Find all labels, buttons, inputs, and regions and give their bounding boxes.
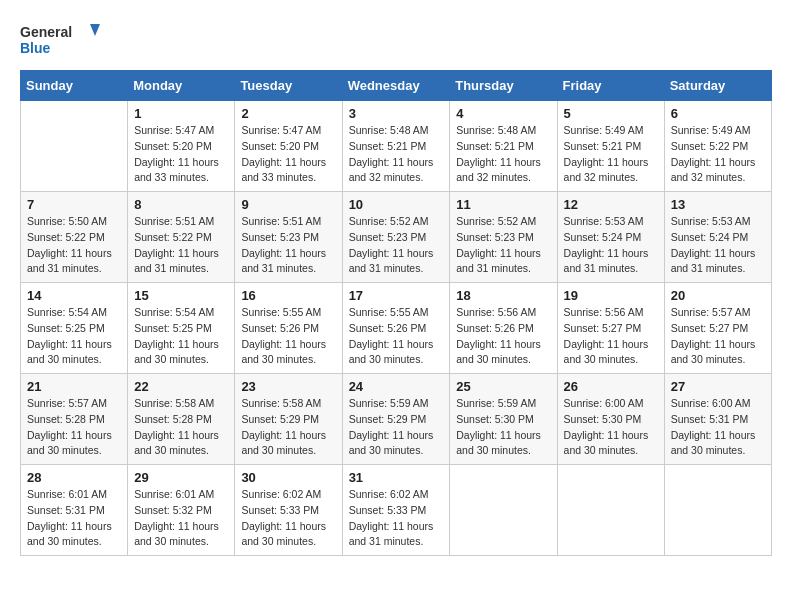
day-number: 3 bbox=[349, 106, 444, 121]
calendar-cell: 25Sunrise: 5:59 AMSunset: 5:30 PMDayligh… bbox=[450, 374, 557, 465]
calendar-cell: 16Sunrise: 5:55 AMSunset: 5:26 PMDayligh… bbox=[235, 283, 342, 374]
day-info: Sunrise: 5:51 AMSunset: 5:23 PMDaylight:… bbox=[241, 214, 335, 277]
day-number: 29 bbox=[134, 470, 228, 485]
calendar-cell: 13Sunrise: 5:53 AMSunset: 5:24 PMDayligh… bbox=[664, 192, 771, 283]
day-number: 6 bbox=[671, 106, 765, 121]
day-info: Sunrise: 5:48 AMSunset: 5:21 PMDaylight:… bbox=[349, 123, 444, 186]
day-number: 27 bbox=[671, 379, 765, 394]
calendar-cell bbox=[450, 465, 557, 556]
day-number: 14 bbox=[27, 288, 121, 303]
day-number: 18 bbox=[456, 288, 550, 303]
day-number: 25 bbox=[456, 379, 550, 394]
calendar-cell: 27Sunrise: 6:00 AMSunset: 5:31 PMDayligh… bbox=[664, 374, 771, 465]
day-number: 17 bbox=[349, 288, 444, 303]
day-info: Sunrise: 6:00 AMSunset: 5:31 PMDaylight:… bbox=[671, 396, 765, 459]
day-number: 26 bbox=[564, 379, 658, 394]
day-info: Sunrise: 5:49 AMSunset: 5:21 PMDaylight:… bbox=[564, 123, 658, 186]
logo-svg: General Blue bbox=[20, 20, 100, 60]
calendar-table: SundayMondayTuesdayWednesdayThursdayFrid… bbox=[20, 70, 772, 556]
calendar-cell: 4Sunrise: 5:48 AMSunset: 5:21 PMDaylight… bbox=[450, 101, 557, 192]
calendar-cell: 1Sunrise: 5:47 AMSunset: 5:20 PMDaylight… bbox=[128, 101, 235, 192]
week-row-4: 21Sunrise: 5:57 AMSunset: 5:28 PMDayligh… bbox=[21, 374, 772, 465]
day-info: Sunrise: 5:59 AMSunset: 5:30 PMDaylight:… bbox=[456, 396, 550, 459]
day-number: 23 bbox=[241, 379, 335, 394]
day-number: 8 bbox=[134, 197, 228, 212]
calendar-cell: 21Sunrise: 5:57 AMSunset: 5:28 PMDayligh… bbox=[21, 374, 128, 465]
day-info: Sunrise: 5:47 AMSunset: 5:20 PMDaylight:… bbox=[134, 123, 228, 186]
svg-text:General: General bbox=[20, 24, 72, 40]
day-number: 2 bbox=[241, 106, 335, 121]
day-number: 5 bbox=[564, 106, 658, 121]
day-info: Sunrise: 5:49 AMSunset: 5:22 PMDaylight:… bbox=[671, 123, 765, 186]
day-info: Sunrise: 5:56 AMSunset: 5:26 PMDaylight:… bbox=[456, 305, 550, 368]
day-number: 20 bbox=[671, 288, 765, 303]
week-row-2: 7Sunrise: 5:50 AMSunset: 5:22 PMDaylight… bbox=[21, 192, 772, 283]
day-info: Sunrise: 5:53 AMSunset: 5:24 PMDaylight:… bbox=[564, 214, 658, 277]
calendar-cell bbox=[664, 465, 771, 556]
day-info: Sunrise: 5:52 AMSunset: 5:23 PMDaylight:… bbox=[349, 214, 444, 277]
day-number: 7 bbox=[27, 197, 121, 212]
day-info: Sunrise: 5:59 AMSunset: 5:29 PMDaylight:… bbox=[349, 396, 444, 459]
calendar-cell: 2Sunrise: 5:47 AMSunset: 5:20 PMDaylight… bbox=[235, 101, 342, 192]
weekday-header-friday: Friday bbox=[557, 71, 664, 101]
week-row-1: 1Sunrise: 5:47 AMSunset: 5:20 PMDaylight… bbox=[21, 101, 772, 192]
svg-text:Blue: Blue bbox=[20, 40, 51, 56]
calendar-cell: 20Sunrise: 5:57 AMSunset: 5:27 PMDayligh… bbox=[664, 283, 771, 374]
calendar-cell: 5Sunrise: 5:49 AMSunset: 5:21 PMDaylight… bbox=[557, 101, 664, 192]
weekday-header-row: SundayMondayTuesdayWednesdayThursdayFrid… bbox=[21, 71, 772, 101]
day-number: 13 bbox=[671, 197, 765, 212]
day-info: Sunrise: 5:57 AMSunset: 5:28 PMDaylight:… bbox=[27, 396, 121, 459]
calendar-cell: 7Sunrise: 5:50 AMSunset: 5:22 PMDaylight… bbox=[21, 192, 128, 283]
day-info: Sunrise: 5:58 AMSunset: 5:29 PMDaylight:… bbox=[241, 396, 335, 459]
day-info: Sunrise: 6:01 AMSunset: 5:32 PMDaylight:… bbox=[134, 487, 228, 550]
weekday-header-saturday: Saturday bbox=[664, 71, 771, 101]
calendar-cell: 23Sunrise: 5:58 AMSunset: 5:29 PMDayligh… bbox=[235, 374, 342, 465]
logo: General Blue bbox=[20, 20, 100, 60]
weekday-header-thursday: Thursday bbox=[450, 71, 557, 101]
page-header: General Blue bbox=[20, 20, 772, 60]
calendar-cell: 14Sunrise: 5:54 AMSunset: 5:25 PMDayligh… bbox=[21, 283, 128, 374]
day-info: Sunrise: 5:51 AMSunset: 5:22 PMDaylight:… bbox=[134, 214, 228, 277]
calendar-cell: 28Sunrise: 6:01 AMSunset: 5:31 PMDayligh… bbox=[21, 465, 128, 556]
day-number: 24 bbox=[349, 379, 444, 394]
day-info: Sunrise: 5:48 AMSunset: 5:21 PMDaylight:… bbox=[456, 123, 550, 186]
calendar-cell: 24Sunrise: 5:59 AMSunset: 5:29 PMDayligh… bbox=[342, 374, 450, 465]
calendar-cell bbox=[557, 465, 664, 556]
day-info: Sunrise: 5:55 AMSunset: 5:26 PMDaylight:… bbox=[241, 305, 335, 368]
day-info: Sunrise: 5:54 AMSunset: 5:25 PMDaylight:… bbox=[27, 305, 121, 368]
calendar-cell: 19Sunrise: 5:56 AMSunset: 5:27 PMDayligh… bbox=[557, 283, 664, 374]
day-info: Sunrise: 5:58 AMSunset: 5:28 PMDaylight:… bbox=[134, 396, 228, 459]
day-number: 12 bbox=[564, 197, 658, 212]
day-info: Sunrise: 5:52 AMSunset: 5:23 PMDaylight:… bbox=[456, 214, 550, 277]
day-number: 28 bbox=[27, 470, 121, 485]
day-number: 15 bbox=[134, 288, 228, 303]
day-number: 21 bbox=[27, 379, 121, 394]
calendar-cell: 3Sunrise: 5:48 AMSunset: 5:21 PMDaylight… bbox=[342, 101, 450, 192]
calendar-cell: 15Sunrise: 5:54 AMSunset: 5:25 PMDayligh… bbox=[128, 283, 235, 374]
day-info: Sunrise: 6:01 AMSunset: 5:31 PMDaylight:… bbox=[27, 487, 121, 550]
day-number: 10 bbox=[349, 197, 444, 212]
day-info: Sunrise: 5:53 AMSunset: 5:24 PMDaylight:… bbox=[671, 214, 765, 277]
day-number: 30 bbox=[241, 470, 335, 485]
calendar-cell: 10Sunrise: 5:52 AMSunset: 5:23 PMDayligh… bbox=[342, 192, 450, 283]
calendar-cell: 31Sunrise: 6:02 AMSunset: 5:33 PMDayligh… bbox=[342, 465, 450, 556]
weekday-header-wednesday: Wednesday bbox=[342, 71, 450, 101]
week-row-3: 14Sunrise: 5:54 AMSunset: 5:25 PMDayligh… bbox=[21, 283, 772, 374]
day-number: 19 bbox=[564, 288, 658, 303]
day-number: 4 bbox=[456, 106, 550, 121]
calendar-cell: 6Sunrise: 5:49 AMSunset: 5:22 PMDaylight… bbox=[664, 101, 771, 192]
day-info: Sunrise: 5:47 AMSunset: 5:20 PMDaylight:… bbox=[241, 123, 335, 186]
day-info: Sunrise: 5:55 AMSunset: 5:26 PMDaylight:… bbox=[349, 305, 444, 368]
day-number: 22 bbox=[134, 379, 228, 394]
calendar-cell: 26Sunrise: 6:00 AMSunset: 5:30 PMDayligh… bbox=[557, 374, 664, 465]
calendar-cell: 17Sunrise: 5:55 AMSunset: 5:26 PMDayligh… bbox=[342, 283, 450, 374]
day-number: 16 bbox=[241, 288, 335, 303]
week-row-5: 28Sunrise: 6:01 AMSunset: 5:31 PMDayligh… bbox=[21, 465, 772, 556]
day-number: 1 bbox=[134, 106, 228, 121]
day-number: 31 bbox=[349, 470, 444, 485]
calendar-cell: 9Sunrise: 5:51 AMSunset: 5:23 PMDaylight… bbox=[235, 192, 342, 283]
calendar-cell: 18Sunrise: 5:56 AMSunset: 5:26 PMDayligh… bbox=[450, 283, 557, 374]
weekday-header-sunday: Sunday bbox=[21, 71, 128, 101]
calendar-cell: 22Sunrise: 5:58 AMSunset: 5:28 PMDayligh… bbox=[128, 374, 235, 465]
weekday-header-tuesday: Tuesday bbox=[235, 71, 342, 101]
